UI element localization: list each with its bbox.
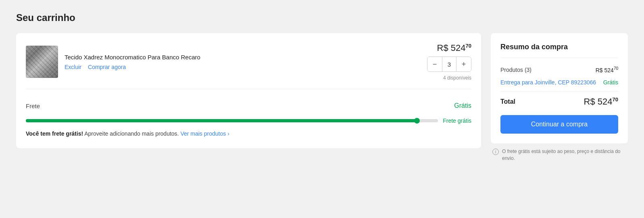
excluir-link[interactable]: Excluir bbox=[65, 64, 81, 70]
product-info: Tecido Xadrez Monocromatico Para Banco R… bbox=[65, 54, 421, 70]
summary-delivery-value: Grátis bbox=[603, 79, 618, 86]
free-shipping-text: Aproveite adicionando mais produtos. bbox=[84, 130, 179, 137]
summary-total-value: R$ 52470 bbox=[584, 96, 618, 107]
progress-label: Frete grátis bbox=[443, 117, 471, 124]
summary-panel: Resumo da compra Produtos (3) R$ 52470 E… bbox=[491, 33, 628, 162]
checkout-button[interactable]: Continuar a compra bbox=[500, 115, 618, 134]
summary-card: Resumo da compra Produtos (3) R$ 52470 E… bbox=[491, 33, 628, 143]
summary-total-row: Total R$ 52470 bbox=[500, 96, 618, 107]
quantity-plus-button[interactable]: + bbox=[456, 57, 471, 71]
summary-delivery-row: Entrega para Joinville, CEP 89223066 Grá… bbox=[500, 79, 618, 86]
product-price: R$ 52470 bbox=[437, 43, 471, 53]
summary-divider bbox=[500, 91, 618, 92]
summary-products-row: Produtos (3) R$ 52470 bbox=[500, 66, 618, 73]
ver-mais-link[interactable]: Ver mais produtos › bbox=[180, 130, 229, 137]
quantity-control: − 3 + bbox=[427, 57, 471, 72]
progress-bar-fill bbox=[26, 119, 417, 122]
summary-total-label: Total bbox=[500, 98, 515, 105]
frete-label: Frete bbox=[26, 103, 40, 109]
cart-item-row: Tecido Xadrez Monocromatico Para Banco R… bbox=[26, 43, 471, 89]
summary-title: Resumo da compra bbox=[500, 43, 618, 58]
info-icon: i bbox=[492, 149, 499, 155]
cart-section: Tecido Xadrez Monocromatico Para Banco R… bbox=[16, 33, 481, 148]
free-shipping-bold: Você tem frete grátis! bbox=[26, 130, 83, 137]
product-image bbox=[26, 46, 58, 78]
frete-value: Grátis bbox=[454, 102, 471, 109]
product-actions: Excluir Comprar agora bbox=[65, 64, 421, 70]
summary-footer: i O frete grátis está sujeito ao peso, p… bbox=[491, 148, 628, 162]
cart-card: Tecido Xadrez Monocromatico Para Banco R… bbox=[16, 33, 481, 148]
product-name: Tecido Xadrez Monocromatico Para Banco R… bbox=[65, 54, 421, 61]
quantity-display: 3 bbox=[442, 57, 456, 71]
quantity-minus-button[interactable]: − bbox=[427, 57, 442, 71]
quantity-price-group: R$ 52470 − 3 + 4 disponíveis bbox=[427, 43, 471, 81]
free-shipping-message: Você tem frete grátis! Aproveite adicion… bbox=[26, 127, 471, 138]
available-text: 4 disponíveis bbox=[443, 75, 471, 81]
frete-row: Frete Grátis bbox=[26, 97, 471, 114]
footer-note: O frete grátis está sujeito ao peso, pre… bbox=[502, 148, 626, 162]
page-title: Seu carrinho bbox=[16, 12, 628, 23]
summary-products-label: Produtos (3) bbox=[500, 67, 531, 73]
progress-row: Frete grátis bbox=[26, 114, 471, 127]
summary-products-value: R$ 52470 bbox=[596, 66, 618, 73]
comprar-agora-link[interactable]: Comprar agora bbox=[88, 64, 126, 70]
delivery-link[interactable]: Entrega para Joinville, CEP 89223066 bbox=[500, 79, 596, 86]
progress-bar-container bbox=[26, 119, 438, 122]
